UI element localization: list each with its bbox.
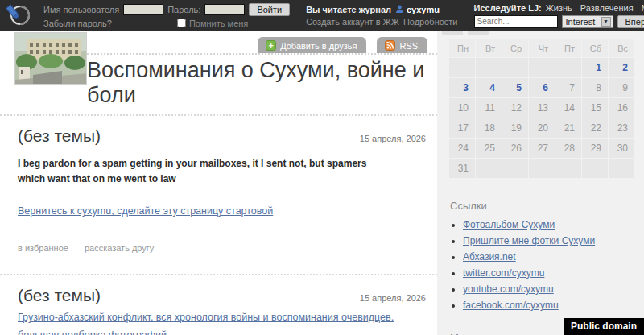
calendar-day bbox=[449, 58, 475, 77]
journal-userpic[interactable] bbox=[14, 32, 87, 85]
links-heading: Ссылки bbox=[450, 200, 644, 212]
livejournal-logo-icon[interactable] bbox=[0, 0, 35, 31]
create-account-link[interactable]: Создать аккаунт в ЖЖ bbox=[306, 17, 399, 27]
rss-button[interactable]: RSS bbox=[377, 37, 427, 53]
calendar-weekday: Ср bbox=[502, 39, 528, 57]
nav-link[interactable]: Жизнь bbox=[546, 3, 572, 13]
post-entry: (без темы) 15 апреля, 2026 Грузино-абхаз… bbox=[0, 274, 437, 335]
tell-friend-link[interactable]: рассказать другу bbox=[85, 243, 154, 253]
username-input[interactable] bbox=[123, 4, 163, 15]
remember-me-label: Помнить меня bbox=[189, 19, 248, 28]
calendar-week-row: 17181920212223 bbox=[449, 118, 634, 138]
post-title[interactable]: (без темы) bbox=[18, 126, 101, 146]
calendar-day: 24 bbox=[449, 139, 475, 158]
forgot-password-link[interactable]: Забыли пароль? bbox=[43, 19, 112, 28]
calendar-day-link[interactable]: 3 bbox=[449, 78, 475, 97]
calendar-week-row: 3456789 bbox=[449, 78, 634, 97]
list-item: facebook.com/cyxymu bbox=[463, 300, 644, 311]
calendar-day-link[interactable]: 4 bbox=[476, 78, 502, 97]
calendar-day: 29 bbox=[582, 139, 608, 158]
username-label: Имя пользователя bbox=[43, 5, 119, 14]
calendar-day: 27 bbox=[529, 139, 555, 158]
add-friend-label: Добавить в друзья bbox=[280, 41, 357, 51]
search-filter-select[interactable]: Interest ▼ bbox=[562, 15, 613, 28]
calendar-day: 7 bbox=[555, 78, 581, 97]
password-input[interactable] bbox=[204, 4, 245, 15]
search-go-button[interactable]: Вперёд bbox=[617, 15, 644, 28]
calendar-day-link[interactable]: 1 bbox=[582, 58, 608, 77]
search-input[interactable] bbox=[474, 15, 558, 28]
calendar-day bbox=[555, 58, 581, 77]
chevron-down-icon: ▼ bbox=[601, 17, 611, 27]
sidebar-link[interactable]: facebook.com/cyxymu bbox=[463, 300, 559, 311]
list-item: twitter.com/cyxymu bbox=[463, 267, 644, 279]
calendar-weekday-row: ПнВтСрЧтПтСбВс bbox=[449, 39, 634, 57]
sidebar-tab-stub bbox=[468, 31, 489, 35]
list-item: Фотоальбом Сухуми bbox=[463, 219, 644, 230]
calendar-day: 11 bbox=[476, 98, 502, 118]
add-friend-icon: + bbox=[266, 40, 276, 51]
post-title[interactable]: (без темы) bbox=[18, 286, 101, 305]
calendar-day: 8 bbox=[582, 78, 608, 97]
sidebar-link[interactable]: youtube.com/cyxymu bbox=[463, 283, 554, 295]
calendar-day: 16 bbox=[609, 98, 634, 118]
calendar-day-link[interactable]: 5 bbox=[502, 78, 528, 97]
calendar-day bbox=[476, 159, 502, 178]
nav-link[interactable]: Развлечения bbox=[580, 3, 634, 13]
calendar-week-row: 24252627282930 bbox=[449, 139, 634, 158]
content: + Добавить в друзья RSS Воспоминания о С… bbox=[0, 31, 644, 335]
add-friend-button[interactable]: + Добавить в друзья bbox=[258, 37, 366, 53]
sidebar-links-list: Фотоальбом СухумиПришлите мне фотки Суху… bbox=[453, 219, 644, 311]
explore-section: Исследуйте LJ: ЖизньРазвлеченияМузыкаКул… bbox=[466, 0, 644, 31]
post-link[interactable]: Грузино-абхазский конфликт, вся хронолог… bbox=[18, 309, 404, 335]
calendar-day-link[interactable]: 6 bbox=[529, 78, 555, 97]
calendar: ПнВтСрЧтПтСбВс 1234567891011121314151617… bbox=[448, 39, 635, 179]
post-date: 15 апреля, 2026 bbox=[360, 293, 426, 303]
calendar-day: 30 bbox=[609, 139, 634, 158]
login-button[interactable]: Войти bbox=[249, 3, 290, 16]
calendar-day bbox=[529, 159, 555, 178]
explore-label: Исследуйте LJ: bbox=[474, 3, 542, 13]
calendar-week-row: 31 bbox=[449, 159, 634, 178]
sidebar-link[interactable]: Абхазия.net bbox=[463, 251, 516, 263]
calendar-day bbox=[582, 159, 608, 178]
calendar-day: 20 bbox=[529, 118, 555, 138]
sidebar-link[interactable]: twitter.com/cyxymu bbox=[463, 267, 544, 279]
list-item: youtube.com/cyxymu bbox=[463, 283, 644, 295]
search-filter-value: Interest bbox=[566, 17, 596, 27]
post-link[interactable]: Вернитесь к cyxymu, сделайте эту страниц… bbox=[18, 203, 404, 220]
calendar-body: 1234567891011121314151617181920212223242… bbox=[449, 58, 634, 178]
calendar-day: 31 bbox=[449, 159, 475, 178]
list-item: Абхазия.net bbox=[463, 251, 644, 263]
calendar-day: 12 bbox=[502, 98, 528, 118]
journal-username: cyxymu bbox=[407, 5, 440, 14]
calendar-day bbox=[502, 58, 528, 77]
calendar-weekday: Вт bbox=[476, 39, 502, 57]
rss-icon bbox=[385, 40, 395, 51]
calendar-day bbox=[502, 159, 528, 178]
calendar-day: 13 bbox=[529, 98, 555, 118]
calendar-day: 17 bbox=[449, 118, 475, 138]
favorite-link[interactable]: в избранное bbox=[18, 243, 68, 253]
journal-user-link[interactable]: cyxymu bbox=[395, 5, 440, 14]
calendar-day-link[interactable]: 2 bbox=[609, 58, 634, 77]
list-item: Пришлите мне фотки Сухуми bbox=[463, 235, 644, 246]
calendar-day: 23 bbox=[609, 118, 634, 138]
post-date: 15 апреля, 2026 bbox=[360, 134, 426, 143]
calendar-day: 26 bbox=[502, 139, 528, 158]
details-link[interactable]: Подробности bbox=[403, 17, 458, 27]
calendar-weekday: Пн bbox=[449, 39, 475, 57]
sidebar-link[interactable]: Фотоальбом Сухуми bbox=[463, 219, 555, 230]
nav-link[interactable]: Музыка bbox=[642, 3, 644, 13]
rss-label: RSS bbox=[399, 41, 418, 51]
calendar-week-row: 10111213141516 bbox=[449, 98, 634, 118]
calendar-day bbox=[555, 159, 581, 178]
reading-label: Вы читаете журнал bbox=[306, 5, 391, 14]
explore-nav: ЖизньРазвлеченияМузыкаКультураНовости bbox=[546, 3, 644, 13]
remember-me-checkbox[interactable] bbox=[177, 19, 186, 27]
calendar-day: 21 bbox=[555, 118, 581, 138]
login-form: Имя пользователя Пароль: Войти Забыли па… bbox=[35, 0, 298, 31]
calendar-weekday: Чт bbox=[529, 39, 555, 57]
sidebar-link[interactable]: Пришлите мне фотки Сухуми bbox=[463, 235, 595, 246]
journal-info: Вы читаете журнал cyxymu Создать аккаунт… bbox=[298, 0, 465, 31]
